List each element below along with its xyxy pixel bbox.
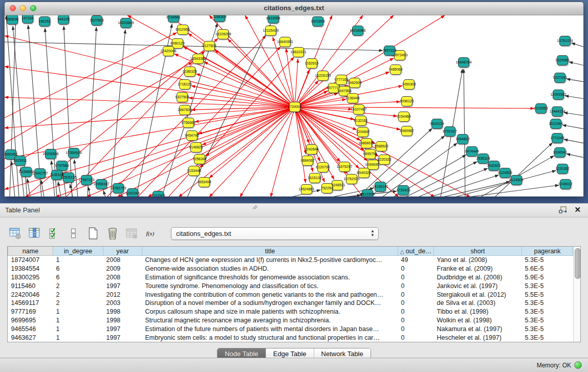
graph-node[interactable]: 20206596 <box>42 149 58 159</box>
graph-node[interactable]: 2718120 <box>178 80 191 90</box>
panel-resize-grip[interactable] <box>252 205 258 210</box>
graph-node[interactable]: 7459309 <box>402 80 416 90</box>
graph-node[interactable]: 9756685 <box>181 118 195 128</box>
table-row[interactable]: 946554611997Estimation of the future num… <box>8 324 573 333</box>
graph-node[interactable]: 1733426 <box>396 186 410 195</box>
graph-node[interactable]: 16640951 <box>277 37 293 47</box>
graph-node[interactable]: 1034540 <box>553 148 567 158</box>
table-row[interactable]: 1872400712008Changes of HCN gene express… <box>8 256 573 265</box>
graph-edge[interactable] <box>468 185 559 196</box>
graph-edge[interactable] <box>299 15 445 104</box>
graph-edge[interactable] <box>300 107 397 116</box>
graph-node[interactable]: 16226153 <box>315 71 331 81</box>
graph-edge[interactable] <box>5 97 290 107</box>
graph-node[interactable]: 18226058 <box>215 30 231 39</box>
graph-edge[interactable] <box>464 69 465 196</box>
graph-node[interactable]: 16033809 <box>118 18 134 28</box>
graph-node[interactable]: 17359924 <box>66 148 81 158</box>
graph-node[interactable]: 7632621 <box>487 161 500 171</box>
graph-edge[interactable] <box>418 168 488 196</box>
graph-node[interactable]: 1568520 <box>374 142 388 151</box>
graph-edge[interactable] <box>286 49 294 102</box>
graph-edge[interactable] <box>564 139 583 143</box>
graph-node[interactable]: 8124505 <box>498 168 512 178</box>
table-row[interactable]: 1938455462009Genome-wide association stu… <box>8 265 573 273</box>
graph-node[interactable]: 9146821 <box>189 143 203 152</box>
graph-edge[interactable] <box>148 110 290 196</box>
graph-node[interactable]: 9227343 <box>553 73 567 83</box>
graph-edge[interactable] <box>240 112 292 196</box>
graph-node[interactable]: 1527603 <box>90 16 103 26</box>
graph-edge[interactable] <box>5 42 383 51</box>
graph-node[interactable]: 8549322 <box>357 168 371 178</box>
graph-edge[interactable] <box>298 111 340 162</box>
delete-columns-icon[interactable] <box>104 225 121 242</box>
graph-edge[interactable] <box>200 110 291 167</box>
graph-node[interactable]: 11675297 <box>337 162 353 172</box>
graph-node[interactable]: 12093582 <box>550 90 566 100</box>
graph-node[interactable]: 7857224 <box>382 46 396 56</box>
graph-node[interactable]: 2935114 <box>476 154 490 164</box>
window-titlebar[interactable]: citations_edges.txt <box>5 2 583 15</box>
graph-node[interactable]: 7462609 <box>347 78 361 88</box>
graph-node[interactable]: 1724007 <box>288 102 301 112</box>
graph-node[interactable]: 9153448 <box>187 166 201 176</box>
graph-node[interactable]: 944105 <box>57 15 69 25</box>
graph-edge[interactable] <box>300 107 534 108</box>
graph-edge[interactable] <box>88 187 91 196</box>
graph-edge[interactable] <box>6 15 19 196</box>
table-row[interactable]: 911546021997Tourette syndrome. Phenomeno… <box>8 281 573 290</box>
graph-node[interactable]: 7485063 <box>388 65 402 75</box>
table-row[interactable]: 946362711997Embryonic stem cells: a mode… <box>8 333 573 342</box>
table-select-dropdown[interactable]: citations_edges.txt ▲▼ <box>171 227 379 240</box>
column-header-in_degree[interactable]: in_degree <box>53 247 103 256</box>
graph-edge[interactable] <box>58 182 61 196</box>
graph-node[interactable]: 10752975 <box>343 174 359 184</box>
scrollbar-thumb[interactable] <box>575 248 581 279</box>
graph-edge[interactable] <box>103 190 105 196</box>
graph-edge[interactable] <box>565 96 583 99</box>
graph-node[interactable]: 8813054 <box>266 15 280 24</box>
graph-edge[interactable] <box>204 62 290 105</box>
graph-edge[interactable] <box>64 26 72 196</box>
graph-node[interactable]: 1771045 <box>550 134 564 143</box>
graph-node[interactable]: 9127503 <box>202 41 216 51</box>
graph-node[interactable]: 9777169 <box>334 75 348 85</box>
graph-node[interactable]: 8215953 <box>534 104 548 114</box>
graph-node[interactable]: 1220352 <box>555 164 569 174</box>
create-column-icon[interactable] <box>85 225 101 242</box>
graph-node[interactable]: 9884067 <box>300 156 314 166</box>
table-vertical-scrollbar[interactable] <box>573 247 580 342</box>
graph-node[interactable]: 16782759 <box>110 184 126 193</box>
graph-node[interactable]: 8454743 <box>185 131 199 141</box>
column-header-pagerank[interactable]: pagerank <box>522 247 573 256</box>
graph-edge[interactable] <box>88 27 96 196</box>
graph-node[interactable]: 8096120 <box>400 97 413 106</box>
table-row[interactable]: 977716911998Corpus callosum shape and si… <box>8 308 573 316</box>
graph-edge[interactable] <box>569 62 583 65</box>
unselect-all-rows-icon[interactable] <box>66 225 82 242</box>
graph-edge[interactable] <box>443 182 510 196</box>
graph-node[interactable]: 8186328 <box>183 67 197 77</box>
close-panel-icon[interactable]: ✕ <box>574 206 581 214</box>
graph-node[interactable]: 15751074 <box>557 36 573 46</box>
table-row[interactable]: 2242004622012Investigating the contribut… <box>8 290 573 299</box>
graph-node[interactable]: 7653494 <box>197 178 211 187</box>
graph-node[interactable]: 8912955 <box>176 25 189 35</box>
graph-node[interactable]: 2136448 <box>345 94 359 103</box>
graph-node[interactable]: 752254 <box>321 184 333 193</box>
graph-edge[interactable] <box>562 125 583 129</box>
graph-node[interactable]: 19218986 <box>350 26 365 36</box>
column-header-out_degree[interactable]: △out_de… <box>398 247 434 256</box>
graph-node[interactable]: 8969967 <box>400 126 413 136</box>
graph-node[interactable]: 9242844 <box>304 145 318 155</box>
column-header-short[interactable]: short <box>434 247 522 256</box>
graph-edge[interactable] <box>430 175 499 196</box>
graph-edge[interactable] <box>567 79 583 82</box>
graph-node[interactable]: 2867608 <box>178 105 191 115</box>
graph-node[interactable]: 1186309 <box>213 15 227 22</box>
function-builder-icon[interactable]: f(x) <box>143 225 160 242</box>
graph-edge[interactable] <box>271 112 293 196</box>
graph-node[interactable]: 16648784 <box>455 58 471 68</box>
graph-node[interactable]: 166253 <box>38 17 50 27</box>
